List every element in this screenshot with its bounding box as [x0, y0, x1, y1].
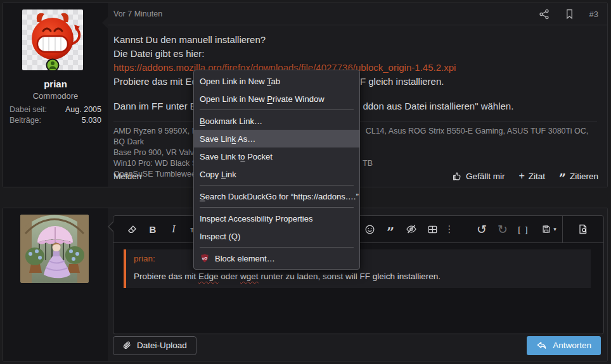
menu-item-inspect-accessibility[interactable]: Inspect Accessibility Properties [194, 210, 359, 227]
add-quote-button[interactable]: + Zitat [518, 171, 545, 181]
reply-actions-row: Datei-Upload Antworten [113, 336, 601, 355]
post-author-sidebar: prian Commodore Dabei seit: Aug. 2005 Be… [3, 3, 108, 187]
posts-label: Beiträge: [10, 116, 41, 125]
like-button[interactable]: Gefällt mir [452, 171, 505, 181]
italic-icon[interactable]: I [166, 221, 181, 237]
avatar[interactable] [22, 9, 83, 70]
quote-label: Zitieren [570, 172, 598, 181]
post-body-line: Kannst Du den manuell installieren? [113, 33, 597, 47]
posts-stat: Beiträge: 5.030 [10, 116, 101, 125]
misspelled-word: Edge [198, 272, 219, 281]
save-icon [541, 224, 551, 234]
thumbs-up-icon [452, 171, 462, 181]
file-upload-label: Datei-Upload [137, 341, 187, 350]
quote-button[interactable]: ” Zitieren [559, 172, 598, 181]
bold-icon[interactable]: B [145, 221, 160, 237]
like-label: Gefällt mir [466, 172, 505, 181]
menu-item-open-private-window[interactable]: Open Link in New Private Window [194, 90, 359, 108]
post-timestamp[interactable]: Vor 7 Minuten [113, 9, 539, 18]
spoiler-icon[interactable] [404, 221, 419, 237]
reply-author-sidebar [3, 208, 108, 361]
quote-text: Probiere das mit Edge oder wget runter z… [134, 272, 583, 281]
joined-stat: Dabei seit: Aug. 2005 [10, 105, 101, 114]
redo-icon[interactable]: ↻ [495, 221, 510, 237]
menu-item-block-element[interactable]: uO Block element… [194, 249, 359, 267]
save-draft-button[interactable]: ▾ [537, 221, 561, 237]
source-code-icon[interactable]: [ ] [516, 221, 531, 237]
menu-item-save-link-as[interactable]: Save Link As… [194, 130, 359, 147]
menu-item-open-new-tab[interactable]: Open Link in New Tab [194, 72, 359, 90]
devil-smiley-avatar-image [22, 9, 83, 70]
joined-label: Dabei seit: [10, 105, 47, 114]
share-icon[interactable] [539, 9, 550, 20]
menu-separator [200, 207, 354, 208]
more-options-icon[interactable]: ⋮ [446, 221, 453, 237]
bookmark-icon[interactable] [565, 9, 574, 20]
quote-marks-icon: ” [559, 175, 566, 182]
preview-icon [577, 223, 589, 235]
menu-item-save-link-to-pocket[interactable]: Save Link to Pocket [194, 147, 359, 165]
submit-reply-label: Antworten [553, 341, 591, 350]
chevron-down-icon: ▾ [553, 226, 556, 232]
menu-item-inspect[interactable]: Inspect (Q) [194, 227, 359, 245]
username[interactable]: prian [3, 78, 108, 89]
menu-separator [200, 247, 354, 248]
svg-text:uO: uO [202, 256, 208, 260]
menu-item-bookmark-link[interactable]: Bookmark Link… [194, 112, 359, 130]
preview-button[interactable] [562, 216, 603, 242]
emoji-icon[interactable] [362, 221, 377, 237]
menu-separator [200, 185, 354, 185]
editor-bubble-tail [108, 221, 113, 232]
ublock-origin-icon: uO [200, 253, 210, 263]
posts-value: 5.030 [82, 116, 101, 125]
undo-icon[interactable]: ↺ [474, 221, 489, 237]
menu-separator [200, 110, 354, 110]
file-upload-button[interactable]: Datei-Upload [113, 336, 196, 355]
anime-garden-avatar-image [20, 215, 89, 283]
plus-icon: + [518, 171, 524, 181]
reply-arrow-icon [536, 341, 547, 350]
menu-item-copy-link[interactable]: Copy Link [194, 165, 359, 183]
menu-item-search-duckduckgo[interactable]: Search DuckDuckGo for “https://addons….” [194, 187, 359, 205]
speech-bubble-tail [102, 17, 108, 28]
avatar[interactable] [20, 215, 89, 283]
context-menu: Open Link in New Tab Open Link in New Pr… [193, 70, 360, 270]
misspelled-word: wget [240, 272, 259, 281]
submit-reply-button[interactable]: Antworten [527, 336, 601, 355]
post-body-line: Die Datei gibt es hier: [113, 47, 597, 61]
user-rank: Commodore [3, 91, 108, 101]
add-quote-label: Zitat [529, 172, 545, 181]
post-number[interactable]: #3 [589, 9, 598, 19]
quote-icon[interactable]: ” [383, 224, 398, 241]
report-link[interactable]: Melden [113, 172, 141, 181]
table-icon[interactable] [425, 221, 440, 237]
joined-value: Aug. 2005 [65, 105, 101, 114]
post-header: Vor 7 Minuten #3 [108, 3, 607, 25]
paperclip-icon [122, 341, 132, 350]
remove-format-icon[interactable] [124, 221, 139, 237]
